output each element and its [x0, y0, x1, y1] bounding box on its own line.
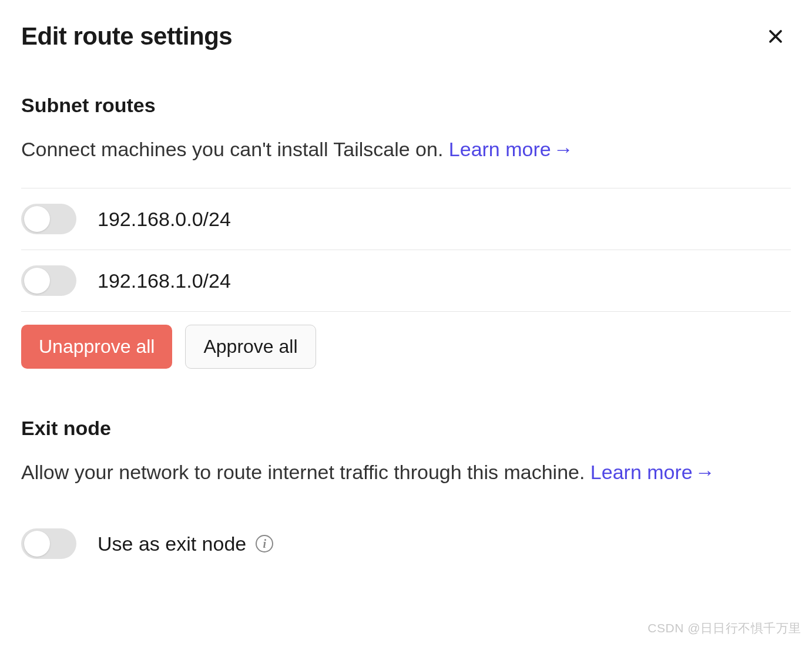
- button-row: Unapprove all Approve all: [21, 325, 791, 369]
- close-icon: [765, 26, 786, 47]
- dialog-title: Edit route settings: [21, 22, 232, 50]
- route-item: 192.168.0.0/24: [21, 188, 791, 250]
- route-list: 192.168.0.0/24 192.168.1.0/24: [21, 188, 791, 312]
- exit-node-learn-more-link[interactable]: Learn more→: [590, 461, 715, 483]
- route-item: 192.168.1.0/24: [21, 250, 791, 312]
- subnet-routes-section: Subnet routes Connect machines you can't…: [21, 94, 791, 369]
- exit-node-section: Exit node Allow your network to route in…: [21, 417, 791, 559]
- toggle-knob: [24, 268, 50, 294]
- subnet-learn-more-link[interactable]: Learn more→: [449, 138, 573, 160]
- toggle-knob: [24, 206, 50, 232]
- arrow-right-icon: →: [695, 457, 715, 487]
- subnet-description-text: Connect machines you can't install Tails…: [21, 138, 449, 160]
- route-toggle-1[interactable]: [21, 265, 76, 296]
- route-toggle-0[interactable]: [21, 204, 76, 234]
- exit-node-description-text: Allow your network to route internet tra…: [21, 461, 590, 483]
- learn-more-text: Learn more: [449, 138, 551, 160]
- route-cidr-label: 192.168.0.0/24: [98, 208, 231, 231]
- approve-all-button[interactable]: Approve all: [185, 325, 316, 369]
- info-icon[interactable]: i: [256, 535, 273, 552]
- exit-node-heading: Exit node: [21, 417, 791, 440]
- toggle-knob: [24, 531, 50, 557]
- exit-node-label-text: Use as exit node: [98, 533, 246, 555]
- exit-node-row: Use as exit node i: [21, 511, 791, 559]
- exit-node-toggle[interactable]: [21, 528, 76, 559]
- unapprove-all-button[interactable]: Unapprove all: [21, 325, 172, 369]
- learn-more-text: Learn more: [590, 461, 693, 483]
- subnet-routes-description: Connect machines you can't install Tails…: [21, 134, 791, 164]
- route-cidr-label: 192.168.1.0/24: [98, 269, 231, 292]
- arrow-right-icon: →: [553, 134, 573, 164]
- exit-node-toggle-label: Use as exit node i: [98, 533, 273, 555]
- exit-node-description: Allow your network to route internet tra…: [21, 457, 791, 487]
- close-button[interactable]: [760, 21, 791, 52]
- subnet-routes-heading: Subnet routes: [21, 94, 791, 117]
